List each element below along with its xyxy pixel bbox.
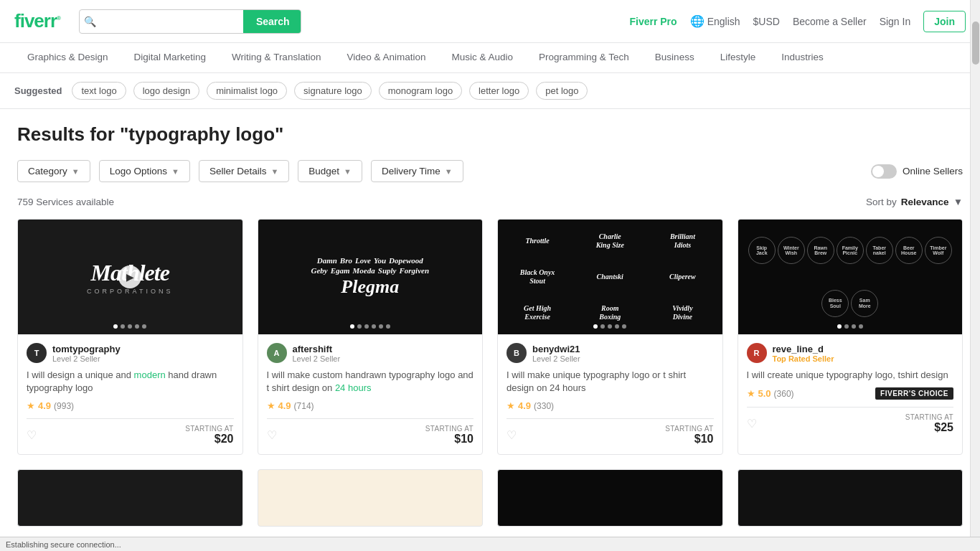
nav-digital-marketing[interactable]: Digital Marketing (121, 43, 220, 73)
dot (142, 324, 146, 329)
dot (379, 324, 383, 329)
tag-minimalist-logo[interactable]: minimalist logo (207, 82, 287, 100)
nav-programming-tech[interactable]: Programming & Tech (526, 43, 642, 73)
card-4[interactable]: SkipJack WinterWish RawnBrew FamilyPicni… (738, 219, 963, 455)
delivery-time-filter[interactable]: Delivery Time ▼ (371, 160, 463, 182)
tag-monogram-logo[interactable]: monogram logo (379, 82, 462, 100)
dot (852, 324, 856, 329)
bottom-card-2[interactable] (258, 469, 484, 527)
plegma-row: Geby Egam Moeda Suply Forgiven (311, 266, 429, 275)
become-seller-link[interactable]: Become a Seller (793, 16, 867, 27)
plegma-word: Moeda (353, 266, 375, 275)
card-4-heart-button[interactable]: ♡ (747, 417, 757, 430)
category-filter[interactable]: Category ▼ (17, 160, 90, 182)
search-input[interactable]: typography logo (100, 10, 243, 33)
card-2-seller-level: Level 2 Seller (293, 354, 341, 363)
suggested-bar: Suggested text logo logo design minimali… (0, 73, 980, 109)
search-bar: 🔍 typography logo Search (79, 9, 301, 34)
badge: TimberWolf (925, 237, 952, 264)
card-3-title: I will make unique typography logo or t … (507, 369, 714, 395)
join-button[interactable]: Join (923, 11, 966, 32)
card-1-price-info: STARTING AT $20 (185, 425, 233, 446)
card-4-avatar: R (747, 343, 767, 363)
seller-details-chevron-icon: ▼ (270, 167, 278, 176)
search-button[interactable]: Search (243, 10, 301, 33)
logo-options-filter[interactable]: Logo Options ▼ (99, 160, 190, 182)
card-4-rating-score: 5.0 (758, 388, 771, 399)
tag-logo-design[interactable]: logo design (133, 82, 200, 100)
card-1-heart-button[interactable]: ♡ (27, 428, 37, 442)
sort-by-label: Sort by (866, 197, 897, 207)
plegma-word: You (374, 256, 386, 265)
tag-pet-logo[interactable]: pet logo (536, 82, 588, 100)
card-3-dots (593, 324, 626, 329)
card-2[interactable]: Damn Bro Love You Dopewood Geby Egam Moe… (258, 219, 484, 455)
card-3-body: B benydwi21 Level 2 Seller I will make u… (498, 334, 722, 454)
plegma-word: Egam (331, 266, 350, 275)
card-1-body: T tomtypography Level 2 Seller I will de… (18, 334, 242, 454)
toggle-switch[interactable] (871, 164, 897, 179)
plegma-big-word: Plegma (341, 276, 399, 298)
budget-filter-label: Budget (308, 166, 339, 176)
dot (859, 324, 863, 329)
nav-graphics-design[interactable]: Graphics & Design (14, 43, 121, 73)
fiverr-logo[interactable]: fiverr® (14, 10, 60, 32)
dot (600, 324, 605, 329)
sign-in-link[interactable]: Sign In (880, 16, 911, 27)
toggle-knob (872, 166, 884, 177)
status-text: Establishing secure connection... (6, 540, 121, 542)
cards-grid: ▶ Mathlete CORPORATIONS T tomtypo (17, 219, 963, 455)
bottom-card-4[interactable] (738, 469, 963, 527)
search-icon: 🔍 (80, 16, 100, 27)
card-2-starting-at: STARTING AT (425, 425, 473, 433)
card-4-seller-name[interactable]: reve_line_d (773, 344, 834, 354)
card-1-rating-score: 4.9 (38, 400, 51, 411)
card-4-rating: ★ 5.0 (360) FIVERR'S CHOICE (747, 387, 954, 400)
scrollbar-thumb[interactable] (972, 22, 979, 65)
bottom-card-3[interactable] (497, 469, 723, 527)
card-3-seller-name[interactable]: benydwi21 (532, 344, 580, 354)
tag-letter-logo[interactable]: letter logo (469, 82, 529, 100)
card-2-seller-name-level: aftershift Level 2 Seller (293, 344, 341, 363)
logo-options-chevron-icon: ▼ (171, 167, 179, 176)
nav-writing-translation[interactable]: Writing & Translation (219, 43, 334, 73)
card-1-seller-name[interactable]: tomtypography (52, 344, 121, 354)
card-3[interactable]: Throttle CharlieKing Size BrilliantIdiot… (497, 219, 723, 455)
card-2-avatar: A (267, 343, 287, 363)
badge: WinterWish (778, 237, 805, 264)
card-1-avatar: T (27, 343, 47, 363)
dot (844, 324, 849, 329)
nav-industries[interactable]: Industries (768, 43, 837, 73)
nav-video-animation[interactable]: Video & Animation (334, 43, 438, 73)
card-3-seller-info: B benydwi21 Level 2 Seller (507, 343, 714, 363)
card-4-body: R reve_line_d Top Rated Seller I will cr… (738, 334, 963, 443)
sort-by-selector[interactable]: Sort by Relevance ▼ (866, 197, 963, 207)
star-icon: ★ (27, 400, 35, 411)
card-2-heart-button[interactable]: ♡ (267, 428, 277, 442)
currency-selector[interactable]: $USD (753, 16, 780, 27)
plegma-word: Geby (311, 266, 327, 275)
tag-text-logo[interactable]: text logo (72, 82, 126, 100)
card-2-seller-name[interactable]: aftershift (293, 344, 341, 354)
play-button[interactable]: ▶ (118, 265, 141, 288)
fiverr-pro-link[interactable]: Fiverr Pro (629, 16, 677, 27)
sort-by-value: Relevance (901, 197, 949, 207)
nav-music-audio[interactable]: Music & Audio (439, 43, 527, 73)
seller-details-filter[interactable]: Seller Details ▼ (199, 160, 289, 182)
bottom-card-1[interactable] (17, 469, 243, 527)
fiverrs-choice-badge: FIVERR'S CHOICE (875, 387, 953, 400)
card-2-seller-info: A aftershift Level 2 Seller (267, 343, 474, 363)
card-1[interactable]: ▶ Mathlete CORPORATIONS T tomtypo (17, 219, 243, 455)
nav-lifestyle[interactable]: Lifestyle (707, 43, 769, 73)
card-3-heart-button[interactable]: ♡ (507, 428, 517, 442)
filters-bar: Category ▼ Logo Options ▼ Seller Details… (17, 160, 963, 182)
badge: BlessSoul (821, 290, 849, 317)
badge: RawnBrew (807, 237, 834, 264)
card-2-footer: ♡ STARTING AT $10 (267, 418, 474, 446)
language-selector[interactable]: 🌐 English (690, 14, 740, 28)
budget-filter[interactable]: Budget ▼ (298, 160, 362, 182)
tag-signature-logo[interactable]: signature logo (294, 82, 372, 100)
card-4-seller-level: Top Rated Seller (773, 354, 834, 363)
nav-business[interactable]: Business (642, 43, 707, 73)
scrollbar[interactable] (970, 0, 980, 537)
